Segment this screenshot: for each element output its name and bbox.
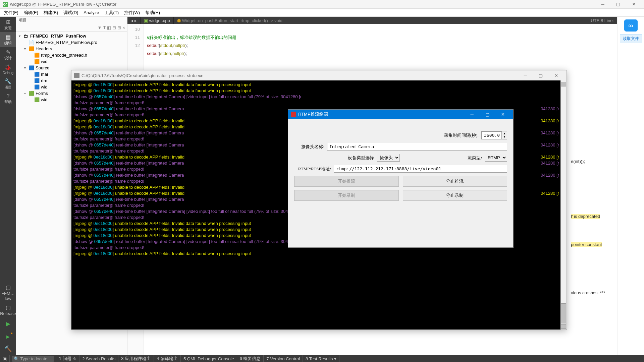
menu-d[interactable]: 调试(D)	[61, 9, 81, 16]
right-strip: ∞ 读取文件	[617, 17, 644, 355]
mode-欢迎[interactable]: ⊞欢迎	[0, 17, 16, 32]
interval-spinbox[interactable]: ▲▼	[481, 131, 507, 139]
statusbar: ▣ 🔍 Type to locate ... 1 问题 ⚠2 Search Re…	[0, 355, 644, 362]
menu-f[interactable]: 文件(F)	[1, 9, 21, 16]
editor-tabbar: ◂ ▸ ▣widget.cpp ⬢ Widget::on_pushButton_…	[127, 17, 617, 24]
window-title: widget.cpp @ FFMPEG_RTMP_PushFlow - Qt C…	[10, 2, 595, 7]
run-debug-button[interactable]: ▶●	[0, 330, 16, 343]
kit-selector[interactable]: ▢FFM…low	[0, 282, 16, 302]
panel-toolbar-icon[interactable]: ×	[122, 25, 125, 30]
tree-item[interactable]: ▾🟧Headers	[16, 46, 127, 52]
panel-toolbar-icon[interactable]: ⊟	[112, 25, 116, 30]
minimize-button[interactable]: ─	[595, 0, 610, 9]
tree-item[interactable]: 🟧wid	[16, 58, 127, 65]
mode-帮助[interactable]: ?帮助	[0, 91, 16, 106]
panel-toolbar: ▼T◧⊟⊞×	[16, 24, 127, 32]
editor-nav-back[interactable]: ◂ ▸	[127, 17, 141, 24]
tree-item[interactable]: 🟧rtmp_encode_pthread.h	[16, 52, 127, 58]
start-record-button[interactable]: 开始录制	[294, 190, 399, 201]
status-panel-item[interactable]: 4 编译输出	[154, 355, 181, 362]
stop-push-button[interactable]: 停止推流	[403, 176, 507, 187]
status-panel-item[interactable]: 7 Version Control	[264, 355, 303, 362]
status-panel-item[interactable]: 5 QML Debugger Console	[181, 355, 237, 362]
device-type-label: 设备类型选择	[294, 155, 374, 161]
interval-input[interactable]	[482, 131, 502, 139]
camera-name-input[interactable]	[327, 143, 507, 150]
panel-toolbar-icon[interactable]: ⊞	[117, 25, 121, 30]
rtmp-url-input[interactable]	[334, 165, 507, 173]
maximize-button[interactable]: ▢	[610, 0, 626, 9]
status-panel-item[interactable]: 1 问题 ⚠	[56, 355, 79, 362]
mode-Debug[interactable]: 🐞Debug	[0, 62, 16, 76]
stream-type-label: 流类型:	[402, 155, 482, 161]
qtcreator-logo-icon: QC	[3, 2, 8, 7]
dialog-maximize-button[interactable]: ▢	[480, 110, 495, 119]
status-panel-item[interactable]: 2 Search Results	[79, 355, 118, 362]
close-button[interactable]: ✕	[626, 0, 641, 9]
interval-label: 采集时间间隔(秒):	[444, 132, 479, 138]
locator-input[interactable]: 🔍 Type to locate ...	[12, 356, 54, 362]
console-titlebar[interactable]: C:\Qt\Qt5.12.6\Tools\QtCreator\bin\qtcre…	[71, 70, 567, 80]
dialog-app-icon	[291, 112, 296, 117]
status-panel-item[interactable]: 8 Test Results ▾	[303, 355, 339, 362]
menu-analyze[interactable]: Analyze	[81, 9, 102, 16]
menu-t[interactable]: 工具(T)	[102, 9, 122, 16]
run-button[interactable]: ▶	[0, 317, 16, 330]
console-minimize-button[interactable]: ─	[518, 70, 533, 80]
mode-sidebar: ⊞欢迎▤编辑✎设计🐞Debug🔧项目?帮助 ▢FFM…low ▢Release …	[0, 17, 16, 355]
console-title-text: C:\Qt\Qt5.12.6\Tools\QtCreator\bin\qtcre…	[82, 73, 518, 78]
cloud-icon[interactable]: ∞	[624, 19, 638, 32]
url-label: RTMP/RTSP地址:	[294, 166, 331, 172]
spin-down-icon[interactable]: ▼	[502, 135, 507, 139]
dialog-titlebar[interactable]: RTMP推流终端 ─ ▢ ✕	[288, 110, 513, 119]
device-type-select[interactable]: 摄像头	[377, 154, 400, 162]
symbol-breadcrumb[interactable]: ⬢ Widget::on_pushButton_start_rtmp_click…	[174, 18, 286, 23]
menu-e[interactable]: 编辑(E)	[21, 9, 41, 16]
stop-record-button[interactable]: 停止录制	[403, 190, 507, 201]
panel-header: 项目	[16, 17, 127, 24]
window-titlebar: QC widget.cpp @ FFMPEG_RTMP_PushFlow - Q…	[0, 0, 644, 9]
mode-设计[interactable]: ✎设计	[0, 47, 16, 62]
console-close-button[interactable]: ✕	[548, 70, 564, 80]
spin-up-icon[interactable]: ▲	[502, 132, 507, 135]
start-push-button[interactable]: 开始推流	[294, 176, 399, 187]
panel-toolbar-icon[interactable]: ▼	[98, 25, 102, 30]
dialog-title: RTMP推流终端	[298, 111, 464, 117]
build-config[interactable]: ▢Release	[0, 302, 16, 317]
camera-label: 摄像头名称:	[294, 144, 324, 150]
panel-toolbar-icon[interactable]: T	[103, 25, 106, 30]
tree-item[interactable]: 📄FFMPEG_RTMP_PushFlow.pro	[16, 39, 127, 46]
panel-toolbar-icon[interactable]: ◧	[107, 25, 111, 30]
menu-b[interactable]: 构建(B)	[41, 9, 61, 16]
rtmp-dialog: RTMP推流终端 ─ ▢ ✕ 采集时间间隔(秒): ▲▼ 摄像头名称: 设备类型…	[288, 109, 514, 248]
status-toggle-left[interactable]: ▣	[0, 355, 10, 362]
build-button[interactable]: 🔨	[0, 343, 16, 355]
menu-h[interactable]: 帮助(H)	[143, 9, 163, 16]
status-panel-item[interactable]: 3 应用程序输出	[118, 355, 154, 362]
console-maximize-button[interactable]: ▢	[533, 70, 548, 80]
menubar: 文件(F)编辑(E)构建(B)调试(D)Analyze工具(T)控件(W)帮助(…	[0, 9, 644, 17]
read-file-button[interactable]: 读取文件	[620, 34, 642, 43]
editor-tab-widget-cpp[interactable]: ▣widget.cpp	[141, 17, 174, 24]
dialog-minimize-button[interactable]: ─	[464, 110, 480, 119]
encoding-indicator[interactable]: UTF-8 Line:	[587, 18, 617, 23]
mode-编辑[interactable]: ▤编辑	[0, 32, 16, 47]
console-scrollbar[interactable]	[560, 80, 567, 329]
dialog-close-button[interactable]: ✕	[495, 110, 511, 119]
menu-w[interactable]: 控件(W)	[121, 9, 143, 16]
tree-item[interactable]: ▾🗀FFMPEG_RTMP_PushFlow	[16, 33, 127, 39]
console-icon	[74, 73, 79, 78]
stream-type-select[interactable]: RTMP	[485, 154, 507, 162]
status-panel-item[interactable]: 6 概要信息	[237, 355, 264, 362]
mode-项目[interactable]: 🔧项目	[0, 76, 16, 91]
